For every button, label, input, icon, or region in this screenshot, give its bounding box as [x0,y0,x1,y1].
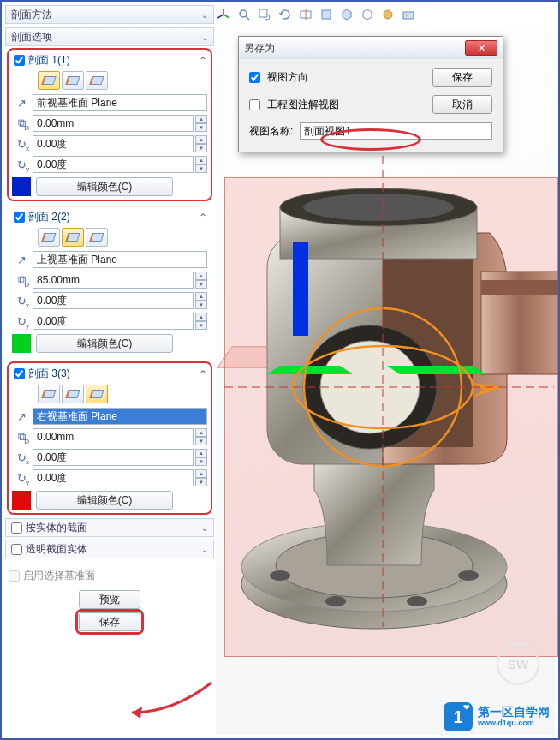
view-cube-icon[interactable] [339,7,354,22]
drawing-annot-label: 工程图注解视图 [267,98,339,112]
svg-rect-11 [403,12,414,19]
view-cube2-icon[interactable] [360,7,375,22]
chevron-up-icon: ⌃ [199,212,207,224]
dialog-titlebar[interactable]: 另存为 ✕ [239,37,503,59]
section-3-color-swatch[interactable] [12,491,31,510]
section-1-angley-input[interactable] [33,156,194,173]
spinner[interactable]: ▲▼ [195,135,207,152]
chevron-down-icon: ⌄ [201,33,208,42]
section-1-plane-input[interactable] [33,94,207,111]
by-solid-checkbox[interactable] [11,522,22,534]
section-3-plane-input[interactable] [33,408,207,425]
zoom-area-icon[interactable] [257,7,272,22]
scene-icon[interactable] [401,7,416,22]
spinner[interactable]: ▲▼ [195,156,207,173]
plane-ref-icon: ↗ [12,408,31,425]
annotation-oval [320,128,421,151]
transparent-checkbox[interactable] [11,544,22,555]
by-solid-row[interactable]: 按实体的截面 ⌄ [5,518,214,537]
section-3-edit-color-button[interactable]: 编辑颜色(C) [36,491,173,510]
logo-text: 第一区自学网 www.d1qu.com [478,706,550,727]
svg-rect-27 [481,280,558,295]
section-2-edit-color-button[interactable]: 编辑颜色(C) [36,334,173,353]
section-3-enable[interactable] [14,368,25,379]
section-3-anglex-input[interactable] [33,449,194,466]
section-2-group: 剖面 2(2) ⌃ ↗ ⧉D▲▼ ↻x▲▼ ↻y▲▼ 编辑颜色(C) [7,205,212,358]
svg-point-25 [303,194,454,221]
by-solid-label: 按实体的截面 [26,521,87,535]
drawing-annot-checkbox[interactable] [249,99,260,110]
section-2-plane-input[interactable] [33,251,207,268]
section-icon[interactable] [298,7,313,22]
plane-front-button[interactable] [38,71,60,90]
spinner[interactable]: ▲▼ [195,313,207,330]
section-1-color-swatch[interactable] [12,177,31,196]
svg-point-3 [240,10,247,17]
chevron-up-icon: ⌃ [199,368,207,380]
section-2-color-swatch[interactable] [12,334,31,353]
display-style-icon[interactable] [319,7,334,22]
section-1-anglex-input[interactable] [33,135,194,152]
offset-icon: ⧉D [12,272,31,289]
section-3-title-row: 剖面 3(3) ⌃ [12,365,207,385]
section-method-header[interactable]: 剖面方法 ⌄ [5,5,214,24]
section-1-group: 剖面 1(1) ⌃ ↗ ⧉D▲▼ ↻x▲▼ ↻y▲▼ 编辑颜色(C) [7,48,212,201]
plane-top-button[interactable] [62,385,84,403]
appearance-icon[interactable] [380,7,396,22]
section-2-anglex-input[interactable] [33,292,194,309]
section-2-angley-input[interactable] [33,313,194,330]
chevron-down-icon: ⌄ [201,10,208,20]
section-2-offset-input[interactable] [33,272,194,289]
spinner[interactable]: ▲▼ [195,469,207,486]
section-1-offset-input[interactable] [33,115,194,132]
svg-rect-5 [259,9,267,17]
chevron-up-icon: ⌃ [199,55,207,67]
plane-front-button[interactable] [38,228,60,247]
close-button[interactable]: ✕ [465,40,497,56]
angle-x-icon: ↻x [12,449,31,466]
plane-ref-icon: ↗ [12,251,31,268]
svg-point-10 [384,10,392,19]
section-3-offset-input[interactable] [33,428,194,445]
offset-icon: ⧉D [12,428,31,445]
plane-right-button[interactable] [86,385,108,403]
spinner[interactable]: ▲▼ [195,428,207,445]
plane-right-button[interactable] [86,71,108,90]
plane-front-button[interactable] [38,385,60,403]
dialog-cancel-button[interactable]: 取消 [432,95,492,114]
section-method-label: 剖面方法 [11,8,52,22]
section-3-angley-input[interactable] [33,469,194,486]
angle-y-icon: ↻y [12,469,31,486]
spinner[interactable]: ▲▼ [195,115,207,132]
logo-icon: 1 [444,702,473,731]
rotate-icon[interactable] [277,7,293,22]
preview-button[interactable]: 预览 [79,590,140,609]
spinner[interactable]: ▲▼ [195,292,207,309]
enable-select-row: 启用选择基准面 [5,567,214,585]
dialog-save-button[interactable]: 保存 [432,68,492,87]
axes-icon[interactable] [216,7,231,22]
svg-rect-9 [322,10,331,19]
section-options-header[interactable]: 剖面选项 ⌄ [5,27,214,46]
save-button[interactable]: 保存 [79,612,140,631]
section-1-title-row: 剖面 1(1) ⌃ [12,51,207,71]
zoom-fit-icon[interactable] [236,7,252,22]
plane-right-button[interactable] [86,228,108,247]
section-1-enable[interactable] [14,55,25,66]
svg-point-18 [325,596,346,606]
section-3-group: 剖面 3(3) ⌃ ↗ ⧉D▲▼ ↻x▲▼ ↻y▲▼ 编辑颜色(C) [7,361,212,515]
transparent-row[interactable]: 透明截面实体 ⌄ [5,540,214,558]
plane-top-button[interactable] [62,228,84,247]
svg-line-1 [223,15,229,18]
spinner[interactable]: ▲▼ [195,272,207,289]
section-2-title: 剖面 2(2) [28,210,70,224]
section-2-enable[interactable] [14,212,25,223]
svg-line-2 [217,15,223,18]
transparent-label: 透明截面实体 [26,542,87,557]
plane-ref-icon: ↗ [12,94,31,111]
plane-top-button[interactable] [62,71,84,90]
enable-select-checkbox[interactable] [9,570,20,582]
section-1-edit-color-button[interactable]: 编辑颜色(C) [36,177,173,196]
view-direction-checkbox[interactable] [249,72,260,83]
spinner[interactable]: ▲▼ [195,449,207,466]
